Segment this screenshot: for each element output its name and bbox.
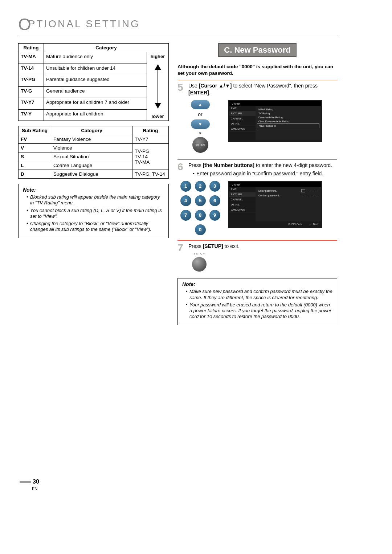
password-dashes: – – – bbox=[307, 190, 318, 192]
tv-left-item: DETAIL bbox=[229, 202, 256, 207]
note-title: Note: bbox=[23, 187, 164, 193]
tv-left-item: EXIT bbox=[229, 106, 256, 111]
sub-cat-cell: Violence bbox=[51, 144, 132, 152]
sub-cell: FV bbox=[19, 135, 51, 144]
note-item: Blocked sub rating will appear beside th… bbox=[26, 194, 164, 206]
rating-cell: TV-PG bbox=[19, 75, 44, 87]
step-number: 6 bbox=[177, 162, 185, 177]
note-item: Changing the category to "Block" or "Vie… bbox=[26, 221, 164, 233]
sub-cell: V bbox=[19, 144, 51, 152]
section-c-intro: Although the default code "0000" is supp… bbox=[177, 64, 337, 76]
cursor-up-button-icon: ▲ bbox=[191, 100, 210, 109]
step-number: 7 bbox=[177, 243, 185, 273]
category-cell: General audience bbox=[44, 86, 147, 98]
ratings-table: Rating Category TV-MA Mature audience on… bbox=[18, 43, 169, 121]
tv-left-item: PICTURE bbox=[229, 192, 256, 197]
sub-cat-cell: Coarse Language bbox=[51, 161, 132, 170]
step5-text-d: [ENTER] bbox=[188, 90, 209, 95]
sub-header-sub: Sub Rating bbox=[19, 126, 51, 135]
category-cell: Mature audience only bbox=[44, 52, 147, 64]
tv-screen-password-entry: V-chip EXIT PICTURE CHANNEL DETAIL LANGU… bbox=[228, 181, 322, 228]
sub-cell: D bbox=[19, 170, 51, 179]
sub-header-category: Category bbox=[51, 126, 132, 135]
keypad-key-icon: 3 bbox=[209, 181, 220, 192]
remote-or-label: or bbox=[177, 111, 223, 117]
keypad-key-icon: 9 bbox=[209, 210, 220, 221]
rating-cell: TV-Y bbox=[19, 109, 44, 121]
rating-cell: TV-14 bbox=[19, 64, 44, 75]
note-item: Make sure new password and confirm passw… bbox=[186, 289, 332, 301]
higher-label: higher bbox=[148, 54, 168, 59]
keypad-key-icon: 1 bbox=[180, 181, 191, 192]
sub-rating-cell: TV-PG, TV-14 bbox=[132, 170, 169, 179]
keypad-key-icon: 5 bbox=[195, 195, 206, 206]
sub-ratings-table: Sub Rating Category Rating FV Fantasy Vi… bbox=[18, 126, 169, 179]
note-title: Note: bbox=[182, 281, 332, 287]
cursor-down-button-icon: ▼ bbox=[191, 119, 210, 129]
tv-option: Downloadable Rating bbox=[257, 115, 319, 119]
category-cell: Parental guidance suggested bbox=[44, 75, 147, 87]
enter-button-icon: ENTER bbox=[192, 137, 208, 153]
rating-cell: TV-MA bbox=[19, 52, 44, 64]
rating-cell: TV-G bbox=[19, 86, 44, 98]
keypad-key-icon: 0 bbox=[195, 224, 206, 235]
tv-left-item: DETAIL bbox=[229, 121, 256, 126]
tv-left-item: EXIT bbox=[229, 187, 256, 192]
page-number: 30 bbox=[20, 478, 39, 485]
tv-left-item: LANGUAGE bbox=[229, 207, 256, 212]
vertical-arrow-icon bbox=[148, 59, 168, 114]
remote-keypad-illustration: 1 2 3 4 5 6 7 8 9 0 bbox=[177, 181, 223, 235]
tv-title: V-chip bbox=[229, 182, 321, 187]
category-cell: Appropriate for all children bbox=[44, 109, 147, 121]
pin-code-label: ⊞PIN Code bbox=[288, 223, 302, 226]
back-label: ↩Back bbox=[310, 223, 319, 226]
keypad-key-icon: 4 bbox=[180, 195, 191, 206]
tv-option: TV Rating bbox=[257, 111, 319, 115]
step-7: 7 Press [SETUP] to exit. SETUP bbox=[177, 240, 337, 273]
ratings-header-rating: Rating bbox=[19, 44, 44, 52]
step-5: 5 Use [Cursor ▲/▼] to select "New Passwo… bbox=[177, 80, 337, 96]
ratings-header-category: Category bbox=[44, 44, 169, 52]
setup-label: SETUP bbox=[188, 252, 210, 256]
tv-title: V-chip bbox=[229, 101, 321, 106]
sub-rating-cell: TV-Y7 bbox=[132, 135, 169, 144]
header-rest: PTIONAL SETTING bbox=[28, 18, 140, 29]
enter-password-label: Enter password. bbox=[258, 190, 277, 192]
step5-text-a: Use bbox=[188, 83, 199, 89]
sub-header-rating: Rating bbox=[132, 126, 169, 135]
tv-option: MPAA Rating bbox=[257, 107, 319, 111]
rating-cell: TV-Y7 bbox=[19, 98, 44, 110]
tv-left-item: LANGUAGE bbox=[229, 126, 256, 131]
step7-text-a: Press bbox=[188, 243, 203, 249]
step6-bullet: Enter password again in "Confirm passwor… bbox=[193, 170, 337, 177]
section-c-header: C. New Password bbox=[218, 43, 296, 57]
step5-text-b: [Cursor ▲/▼] bbox=[199, 83, 232, 89]
step7-text-b: [SETUP] bbox=[203, 243, 223, 249]
sub-cell: S bbox=[19, 152, 51, 161]
step6-text-c: to enter the new 4-digit password. bbox=[254, 162, 332, 168]
language-label: EN bbox=[32, 486, 37, 491]
password-dashes: – – – – bbox=[303, 194, 318, 197]
tv-option: Clear Downloadable Rating bbox=[257, 119, 319, 123]
tv-left-item: CHANNEL bbox=[229, 197, 256, 202]
note-box-2: Note: Make sure new password and confirm… bbox=[177, 278, 337, 325]
setup-button-icon bbox=[192, 257, 207, 272]
step6-text-b: [the Number buttons] bbox=[203, 162, 254, 168]
keypad-key-icon: 2 bbox=[195, 181, 206, 192]
sub-cat-cell: Sexual Situation bbox=[51, 152, 132, 161]
note-item: Your password will be erased and return … bbox=[186, 302, 332, 320]
sub-cat-cell: Fantasy Violence bbox=[51, 135, 132, 144]
sub-rating-combined-cell: TV-PG TV-14 TV-MA bbox=[132, 144, 169, 170]
step6-text-a: Press bbox=[188, 162, 203, 168]
sub-cell: L bbox=[19, 161, 51, 170]
step-6: 6 Press [the Number buttons] to enter th… bbox=[177, 159, 337, 177]
keypad-key-icon: 7 bbox=[180, 210, 191, 221]
keypad-key-icon: 6 bbox=[209, 195, 220, 206]
step5-text-c: to select "New Password", then press bbox=[232, 83, 318, 89]
lower-label: lower bbox=[148, 114, 168, 119]
category-cell: Appropriate for all children 7 and older bbox=[44, 98, 147, 110]
remote-cursor-illustration: ▲ or ▼ ▼ ENTER bbox=[177, 100, 223, 154]
category-cell: Unsuitable for children under 14 bbox=[44, 64, 147, 75]
keypad-key-icon: 8 bbox=[195, 210, 206, 221]
note-item: You cannot block a sub rating (D, L, S o… bbox=[26, 208, 164, 220]
